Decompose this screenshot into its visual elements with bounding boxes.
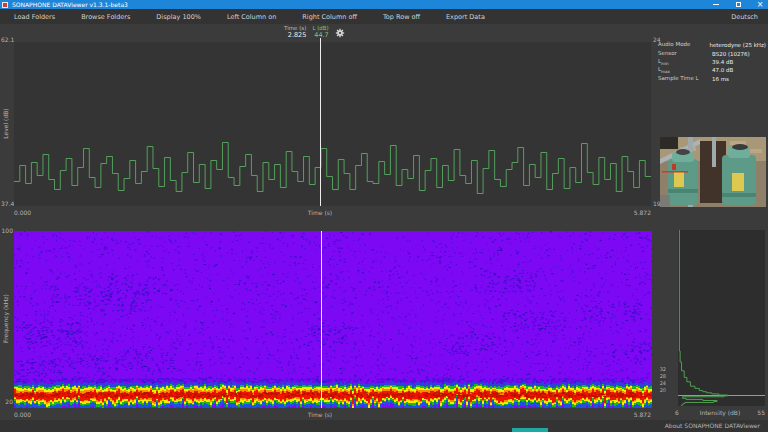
cursor-readout: Time (s) 2.825 L (dB) 44.7: [284, 25, 345, 39]
info-row-lmin: Lmin 39.4 dB: [658, 58, 766, 66]
level-y-axis-label: Level (dB): [2, 97, 9, 151]
info-label: Sensor: [658, 50, 712, 58]
cursor-time-readout: Time (s) 2.825: [284, 25, 306, 39]
spec-ymin-tick: 20: [1, 398, 13, 405]
hist-ytick-1: 32: [652, 366, 666, 372]
minimize-button[interactable]: [710, 0, 722, 9]
info-row-sensor: Sensor BS20 (10276): [658, 49, 766, 57]
level-x-axis-label: Time (s): [260, 209, 380, 216]
spec-x0-tick: 0.000: [14, 411, 31, 418]
info-value: 47.0 dB: [712, 67, 733, 73]
info-row-sample-time: Sample Time L 16 ms: [658, 75, 766, 83]
level-x1-tick: 5.872: [615, 209, 651, 216]
info-label: Lmax: [658, 66, 712, 74]
menu-item-language[interactable]: Deutsch: [731, 13, 758, 21]
cursor-level-readout: L (dB) 44.7: [312, 25, 328, 39]
spec-y-axis-label: Frequency (kHz): [2, 292, 9, 346]
spec-ymax-tick: 100: [1, 227, 13, 234]
hist-ytick-2: 28: [652, 373, 666, 379]
cursor-level-value: 44.7: [314, 31, 328, 39]
maximize-button[interactable]: [732, 0, 744, 9]
menubar: Load Folders Browse Folders Display 100%…: [0, 9, 768, 24]
hist-x-axis-label: Intensity (dB): [690, 409, 750, 416]
measurement-info-panel: Audio Mode heterodyne (25 kHz) Sensor BS…: [658, 41, 766, 83]
info-value: BS20 (10276): [712, 51, 750, 57]
about-link[interactable]: About SONAPHONE DATAViewer: [665, 422, 760, 429]
hist-ytick-3: 24: [652, 380, 666, 386]
menu-item-browse-folders[interactable]: Browse Folders: [81, 13, 130, 21]
taskbar-sliver: [512, 428, 548, 432]
statusbar: About SONAPHONE DATAViewer: [0, 420, 768, 432]
menu-item-left-column[interactable]: Left Column on: [227, 13, 276, 21]
info-row-audio-mode: Audio Mode heterodyne (25 kHz): [658, 41, 766, 49]
info-value: heterodyne (25 kHz): [709, 42, 766, 48]
level-plot[interactable]: [14, 42, 651, 206]
app-icon: [2, 2, 8, 8]
info-value: 16 ms: [712, 76, 729, 82]
measurement-photo-thumbnail[interactable]: [660, 137, 766, 207]
hist-ytick-4: 20: [652, 387, 666, 393]
hist-x0-tick: 6: [672, 409, 682, 416]
spectrogram-canvas[interactable]: [14, 231, 652, 408]
maximize-icon: [736, 2, 741, 7]
menu-item-load-folders[interactable]: Load Folders: [14, 13, 55, 21]
spectrogram-cursor-line[interactable]: [321, 231, 322, 408]
app-window: SONAPHONE DATAViewer v1.3.1-beta3 × Load…: [0, 0, 768, 432]
spec-x1-tick: 5.872: [615, 411, 651, 418]
intensity-profile-plot[interactable]: [678, 230, 765, 406]
minimize-icon: [713, 4, 719, 5]
spec-x-axis-label: Time (s): [260, 411, 380, 418]
menu-item-display-zoom[interactable]: Display 100%: [156, 13, 201, 21]
intensity-profile-canvas[interactable]: [678, 230, 765, 406]
titlebar[interactable]: SONAPHONE DATAViewer v1.3.1-beta3 ×: [0, 0, 768, 9]
photo-image: [660, 137, 766, 207]
info-label: Audio Mode: [658, 41, 709, 49]
window-controls: ×: [710, 0, 766, 9]
info-label: Sample Time L: [658, 75, 712, 83]
info-row-lmax: Lmax 47.0 dB: [658, 66, 766, 74]
cursor-time-value: 2.825: [288, 31, 307, 39]
menu-item-right-column[interactable]: Right Column off: [302, 13, 357, 21]
hist-x1-tick: 55: [753, 409, 765, 416]
menu-item-export-data[interactable]: Export Data: [446, 13, 485, 21]
level-x0-tick: 0.000: [14, 209, 31, 216]
spectrogram-plot[interactable]: [14, 231, 652, 408]
level-ymin-tick: 37.4: [1, 200, 13, 207]
menu-item-top-row[interactable]: Top Row off: [383, 13, 420, 21]
level-cursor-line[interactable]: [320, 38, 321, 206]
window-title: SONAPHONE DATAViewer v1.3.1-beta3: [12, 0, 128, 9]
info-value: 39.4 dB: [712, 59, 733, 65]
settings-gear-icon[interactable]: [335, 28, 345, 38]
level-plot-canvas[interactable]: [14, 42, 651, 206]
info-label: Lmin: [658, 58, 712, 66]
level-ymax-tick: 62.1: [1, 36, 13, 43]
close-button[interactable]: ×: [754, 0, 766, 9]
